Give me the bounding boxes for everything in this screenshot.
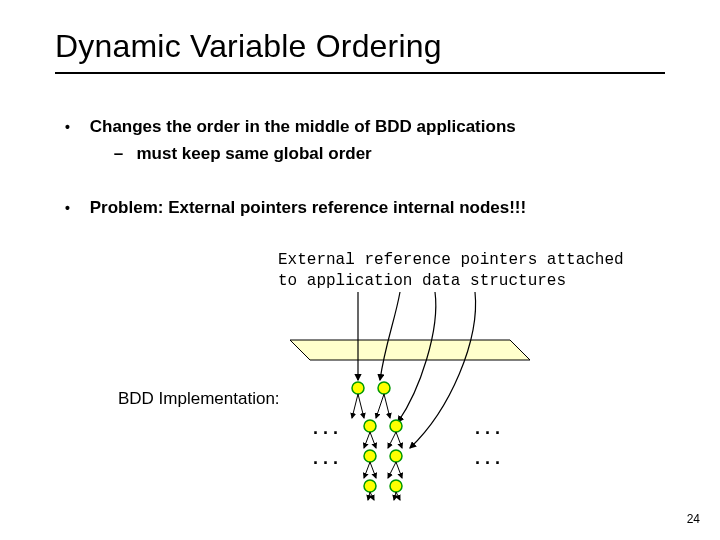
bdd-node [390, 480, 402, 492]
bdd-edge [370, 462, 376, 478]
bdd-edge [376, 394, 384, 418]
bullet-1-text: Changes the order in the middle of BDD a… [90, 117, 516, 136]
plane-shape [290, 340, 530, 360]
bdd-edge [396, 492, 400, 500]
bdd-node [390, 450, 402, 462]
bdd-edge [396, 462, 402, 478]
external-ref-caption: External reference pointers attached to … [278, 250, 624, 292]
bullet-2: • Problem: External pointers reference i… [65, 196, 645, 221]
bdd-edge [368, 492, 370, 500]
bdd-edge [388, 462, 396, 478]
bdd-node [364, 420, 376, 432]
bdd-edge [388, 432, 396, 448]
bdd-edge [364, 432, 370, 448]
bdd-node [364, 480, 376, 492]
bdd-edge [352, 394, 358, 418]
bdd-edge [364, 462, 370, 478]
bdd-edge [396, 432, 402, 448]
bdd-edge [370, 492, 374, 500]
bdd-node [364, 450, 376, 462]
bdd-node [352, 382, 364, 394]
title-underline [55, 72, 665, 74]
bdd-edge [384, 394, 390, 418]
bdd-edge [394, 492, 396, 500]
bdd-diagram [280, 300, 580, 500]
bdd-edge [358, 394, 364, 418]
page-number: 24 [687, 512, 700, 526]
bullet-1: • Changes the order in the middle of BDD… [65, 115, 645, 166]
bdd-node [390, 420, 402, 432]
bullet-1-sub-text: must keep same global order [136, 144, 371, 163]
bdd-edge [370, 432, 376, 448]
ext-pointer-4 [410, 292, 476, 448]
bdd-impl-label: BDD Implementation: [118, 389, 280, 409]
ext-pointer-2 [380, 292, 400, 380]
bullet-2-text: Problem: External pointers reference int… [90, 198, 526, 217]
slide: Dynamic Variable Ordering • Changes the … [0, 0, 720, 540]
bullet-dot: • [65, 198, 85, 218]
bullet-dot: • [65, 117, 85, 137]
bdd-node [378, 382, 390, 394]
dash-icon: – [114, 142, 132, 167]
bullet-1-sub: – must keep same global order [114, 142, 630, 167]
bullet-list: • Changes the order in the middle of BDD… [65, 115, 645, 221]
slide-title: Dynamic Variable Ordering [55, 28, 442, 65]
